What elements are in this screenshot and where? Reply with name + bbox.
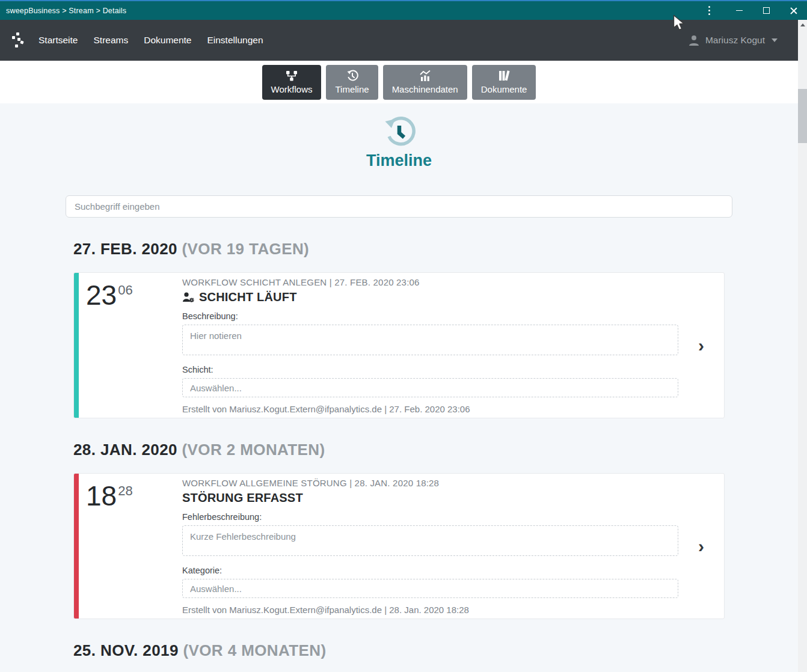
card-field: Kategorie: (182, 566, 678, 598)
breadcrumb: sweepBusiness > Stream > Details (6, 7, 126, 15)
history-icon (383, 116, 416, 148)
section-cards: 2306 WORKFLOW SCHICHT ANLEGEN | 27. FEB.… (73, 272, 725, 418)
card-title-row: SCHICHT LÄUFT (182, 290, 678, 304)
user-name: Mariusz Kogut (705, 35, 765, 46)
chevron-down-icon (772, 38, 778, 42)
tab-maschinendaten[interactable]: Maschinendaten (383, 65, 467, 100)
section-heading: 28. JAN. 2020 (VOR 2 MONATEN) (73, 441, 725, 459)
field-textarea[interactable] (182, 325, 678, 355)
main-navbar: Startseite Streams Dokumente Einstellung… (0, 20, 798, 61)
tab-workflows[interactable]: Workflows (262, 65, 322, 100)
nav-item-streams[interactable]: Streams (93, 35, 128, 46)
chevron-right-icon: › (698, 337, 704, 355)
card-body: WORKFLOW ALLGEMEINE STÖRUNG | 28. JAN. 2… (182, 474, 678, 619)
timeline-content: Timeline 27. FEB. 2020 (VOR 19 TAGEN) 23… (0, 103, 798, 672)
window-controls (696, 1, 807, 20)
vertical-ellipsis-icon (708, 6, 710, 15)
card-fields: Fehlerbeschreibung: Kategorie: (182, 512, 678, 598)
timeline-sections: 27. FEB. 2020 (VOR 19 TAGEN) 2306 WORKFL… (73, 240, 725, 672)
section-heading: 27. FEB. 2020 (VOR 19 TAGEN) (73, 240, 725, 258)
maximize-icon (763, 7, 770, 14)
card-title: SCHICHT LÄUFT (199, 290, 297, 304)
card-accent-bar (74, 273, 79, 418)
card-field: Beschreibung: (182, 311, 678, 358)
timeline-section: 28. JAN. 2020 (VOR 2 MONATEN) 1828 WORKF… (73, 441, 725, 619)
timeline-section: 25. NOV. 2019 (VOR 4 MONATEN) 1006 WORKF… (73, 641, 725, 672)
section-relative-time: (VOR 4 MONATEN) (183, 641, 326, 659)
tab-label: Maschinendaten (392, 84, 458, 94)
card-fields: Beschreibung: Schicht: (182, 311, 678, 397)
section-cards: 1828 WORKFLOW ALLGEMEINE STÖRUNG | 28. J… (73, 473, 725, 619)
nav-item-startseite[interactable]: Startseite (38, 35, 78, 46)
card-meta: WORKFLOW ALLGEMEINE STÖRUNG | 28. JAN. 2… (182, 478, 678, 488)
title-bar: sweepBusiness > Stream > Details (0, 0, 807, 20)
nav-item-dokumente[interactable]: Dokumente (144, 35, 191, 46)
app-window: sweepBusiness > Stream > Details Startse… (0, 0, 807, 672)
field-label: Beschreibung: (182, 311, 678, 321)
scroll-up-button[interactable] (798, 20, 807, 29)
scrollbar-thumb[interactable] (798, 89, 807, 143)
workflow-card[interactable]: 1828 WORKFLOW ALLGEMEINE STÖRUNG | 28. J… (73, 473, 725, 619)
menu-dots-button[interactable] (696, 1, 723, 20)
vertical-scrollbar[interactable] (798, 20, 807, 672)
arrow-up-icon (800, 23, 805, 26)
card-footer: Erstellt von Mariusz.Kogut.Extern@ifpana… (182, 605, 678, 615)
user-gear-icon (182, 292, 195, 303)
search-input[interactable] (66, 195, 732, 218)
section-relative-time: (VOR 2 MONATEN) (182, 441, 325, 459)
card-footer: Erstellt von Mariusz.Kogut.Extern@ifpana… (182, 404, 678, 414)
field-label: Fehlerbeschreibung: (182, 512, 678, 522)
field-textarea[interactable] (182, 525, 678, 556)
tab-label: Workflows (271, 84, 313, 94)
minimize-icon (736, 10, 743, 11)
card-hour: 18 (86, 481, 117, 510)
card-open-button[interactable]: › (678, 474, 724, 619)
card-meta: WORKFLOW SCHICHT ANLEGEN | 27. FEB. 2020… (182, 277, 678, 287)
card-accent-bar (74, 474, 79, 619)
card-hour: 23 (86, 281, 117, 310)
history-icon (346, 70, 358, 82)
card-time: 1828 (79, 474, 182, 619)
user-menu[interactable]: Mariusz Kogut (688, 34, 778, 46)
card-title-row: STÖRUNG ERFASST (182, 491, 678, 505)
section-date: 28. JAN. 2020 (73, 441, 177, 459)
minimize-button[interactable] (726, 1, 753, 20)
section-date: 25. NOV. 2019 (73, 641, 179, 659)
tab-dokumente[interactable]: Dokumente (472, 65, 536, 100)
card-title: STÖRUNG ERFASST (182, 491, 303, 505)
page-header: Timeline (0, 103, 798, 170)
field-select[interactable] (182, 579, 678, 598)
tab-label: Dokumente (481, 84, 527, 94)
chevron-right-icon: › (698, 537, 704, 555)
close-icon (790, 7, 797, 14)
card-field: Fehlerbeschreibung: (182, 512, 678, 558)
field-label: Kategorie: (182, 566, 678, 575)
card-body: WORKFLOW SCHICHT ANLEGEN | 27. FEB. 2020… (182, 273, 678, 418)
card-time: 2306 (79, 273, 182, 418)
nav-item-einstellungen[interactable]: Einstellungen (207, 35, 263, 46)
user-avatar-icon (688, 34, 700, 46)
chart-icon (419, 70, 432, 82)
workflow-icon (286, 70, 298, 82)
card-open-button[interactable]: › (678, 273, 724, 418)
section-date: 27. FEB. 2020 (73, 240, 177, 258)
section-relative-time: (VOR 19 TAGEN) (182, 240, 309, 258)
view-tabs: Workflows Timeline Maschine (0, 61, 798, 103)
page-title: Timeline (0, 151, 798, 170)
card-field: Schicht: (182, 365, 678, 397)
section-heading: 25. NOV. 2019 (VOR 4 MONATEN) (73, 641, 725, 660)
tab-timeline[interactable]: Timeline (326, 65, 378, 100)
workflow-card[interactable]: 2306 WORKFLOW SCHICHT ANLEGEN | 27. FEB.… (73, 272, 725, 418)
app-logo-icon[interactable] (10, 32, 25, 49)
maximize-button[interactable] (753, 1, 780, 20)
card-minute: 06 (118, 283, 132, 298)
field-label: Schicht: (182, 365, 678, 374)
timeline-section: 27. FEB. 2020 (VOR 19 TAGEN) 2306 WORKFL… (73, 240, 725, 418)
field-select[interactable] (182, 378, 678, 397)
books-icon (497, 70, 511, 82)
card-minute: 28 (118, 483, 132, 498)
tab-label: Timeline (335, 84, 369, 94)
close-button[interactable] (780, 1, 807, 20)
